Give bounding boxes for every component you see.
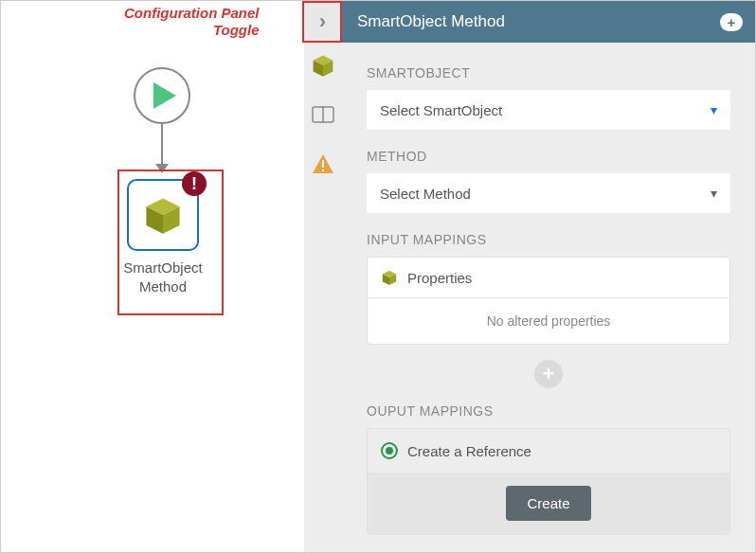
output-mappings-label: OUPUT MAPPINGS	[367, 403, 730, 419]
connector	[160, 124, 164, 171]
panel-help-button[interactable]: +	[708, 13, 755, 31]
input-mappings-header[interactable]: Properties	[367, 257, 730, 298]
panel-title: SmartObject Method	[342, 12, 708, 31]
connector-line	[161, 124, 163, 166]
input-mappings-label: INPUT MAPPINGS	[367, 232, 730, 247]
method-dropdown-text: Select Method	[380, 186, 471, 202]
play-icon	[153, 82, 176, 109]
create-button[interactable]: Create	[506, 486, 590, 521]
panel-header: › SmartObject Method +	[304, 1, 755, 43]
add-mapping-button[interactable]: +	[534, 360, 563, 388]
create-bar: Create	[368, 473, 729, 534]
smartobject-dropdown[interactable]: Select SmartObject ▾	[367, 90, 730, 130]
node-label: SmartObject Method	[115, 259, 211, 295]
configuration-panel: › SmartObject Method +	[304, 1, 755, 552]
chevron-right-icon: ›	[319, 9, 326, 34]
tab-strip	[304, 43, 342, 552]
smartobject-section-label: SMARTOBJECT	[367, 65, 730, 80]
cube-icon	[311, 53, 335, 78]
help-icon: +	[720, 13, 744, 31]
svg-rect-12	[322, 169, 324, 171]
tab-general[interactable]	[310, 52, 336, 79]
start-node[interactable]	[134, 67, 190, 124]
panel-toggle-button[interactable]: ›	[304, 1, 342, 43]
panel-body: SMARTOBJECT Select SmartObject ▾ METHOD …	[304, 43, 755, 552]
smartobject-method-node[interactable]: !	[127, 179, 199, 251]
add-mapping-row: +	[367, 345, 730, 398]
method-section-label: METHOD	[367, 149, 730, 164]
annotation-label: Configuration Panel Toggle	[124, 5, 260, 39]
chevron-down-icon: ▾	[711, 186, 717, 201]
rename-icon	[312, 106, 334, 123]
create-reference-radio[interactable]: Create a Reference	[368, 429, 729, 473]
workflow-canvas: Configuration Panel Toggle ! SmartObject…	[1, 1, 304, 552]
chevron-down-icon: ▾	[711, 102, 717, 117]
method-dropdown[interactable]: Select Method ▾	[367, 173, 730, 213]
cube-icon	[381, 269, 398, 286]
form-area: SMARTOBJECT Select SmartObject ▾ METHOD …	[342, 43, 755, 552]
create-reference-label: Create a Reference	[407, 443, 531, 459]
output-mappings-section: Create a Reference Create	[367, 428, 730, 535]
properties-label: Properties	[407, 270, 472, 286]
cube-icon	[142, 194, 184, 236]
smartobject-dropdown-text: Select SmartObject	[380, 102, 502, 118]
radio-icon	[381, 442, 398, 459]
warning-icon	[312, 153, 334, 174]
error-badge-icon: !	[182, 171, 207, 196]
input-mappings-body: No altered properties	[367, 298, 730, 345]
tab-errors[interactable]	[310, 151, 336, 177]
tab-rename[interactable]	[310, 101, 336, 128]
plus-icon: +	[543, 362, 555, 386]
svg-rect-11	[322, 160, 324, 168]
